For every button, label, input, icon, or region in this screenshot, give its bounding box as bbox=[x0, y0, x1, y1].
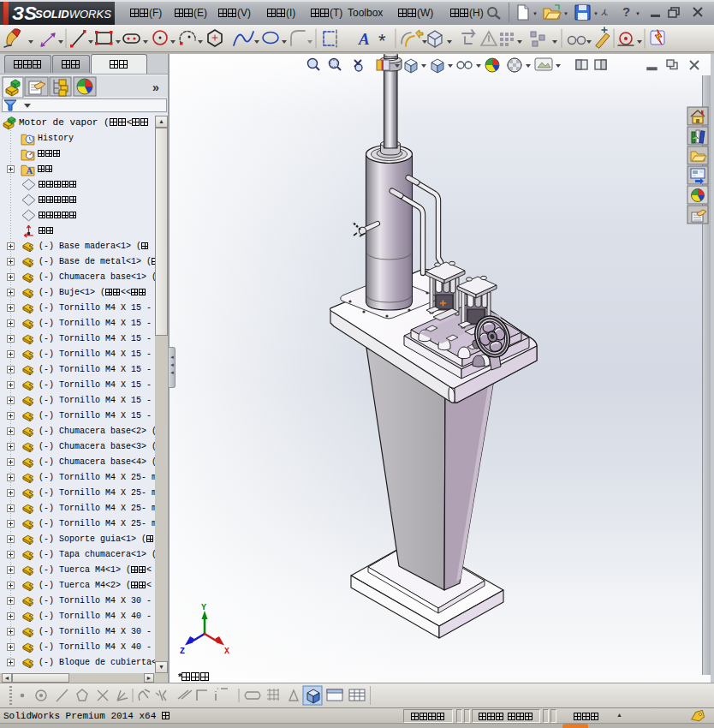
svg-text:X: X bbox=[224, 647, 229, 656]
svg-text:»: » bbox=[152, 81, 159, 94]
svg-text:Y: Y bbox=[201, 603, 206, 612]
svg-text:A: A bbox=[26, 166, 33, 176]
svg-text:Z: Z bbox=[180, 647, 185, 656]
svg-text:*: * bbox=[378, 30, 386, 51]
svg-text:A: A bbox=[358, 30, 370, 48]
